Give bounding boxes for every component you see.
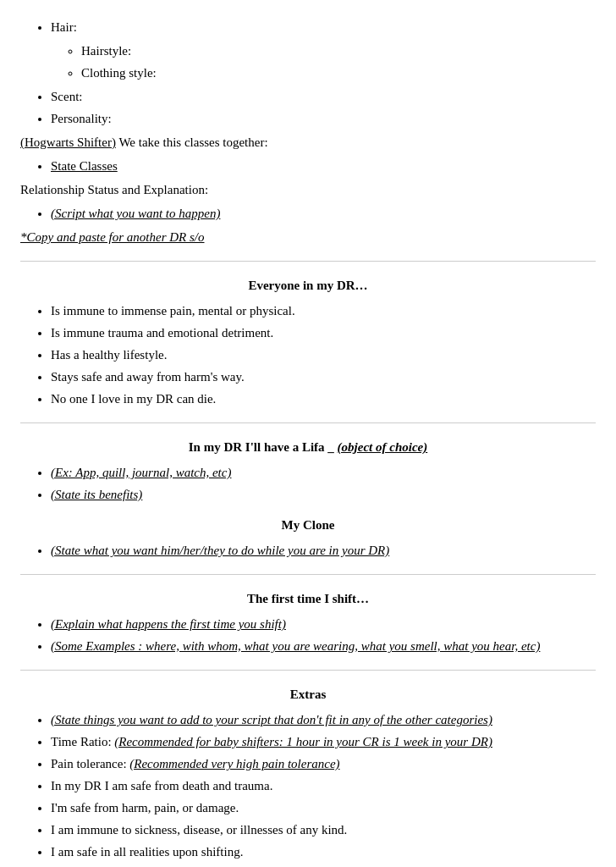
- extras-list: (State things you want to add to your sc…: [20, 710, 596, 867]
- hair-label: Hair:: [51, 20, 77, 34]
- first-shift-heading-text: The first time I shift…: [247, 592, 369, 605]
- some-examples-text: (Some Examples : where, with whom, what …: [51, 639, 540, 653]
- copy-paste-note: *Copy and paste for another DR s/o: [20, 227, 596, 247]
- hogwarts-paragraph: (Hogwarts Shifter) We take this classes …: [20, 132, 596, 152]
- time-ratio-label: Time Ratio:: [51, 735, 114, 748]
- list-item: Time Ratio: (Recommended for baby shifte…: [51, 732, 596, 752]
- list-item: Is immune trauma and emotional detriment…: [51, 323, 596, 343]
- clone-instructions-text: (State what you want him/her/they to do …: [51, 544, 389, 557]
- relationship-text: Relationship Status and Explanation:: [20, 183, 208, 196]
- list-item: Clothing style:: [81, 63, 596, 83]
- pain-tolerance-recommendation: (Recommended very high pain tolerance): [129, 757, 339, 770]
- list-item: No one I love in my DR can die.: [51, 389, 596, 409]
- safe-harm-text: I'm safe from harm, pain, or damage.: [51, 801, 239, 815]
- everyone-heading-text: Everyone in my DR…: [248, 279, 367, 292]
- divider-4: [20, 670, 596, 671]
- list-item: Has a healthy lifestyle.: [51, 345, 596, 365]
- hairstyle-label: Hairstyle:: [81, 44, 131, 58]
- clone-heading-text: My Clone: [282, 518, 335, 532]
- everyone-list: Is immune to immense pain, mental or phy…: [20, 301, 596, 409]
- list-item: Hairstyle:: [81, 41, 596, 61]
- safe-death-trauma-text: In my DR I am safe from death and trauma…: [51, 779, 272, 792]
- list-item: (Explain what happens the first time you…: [51, 614, 596, 634]
- personality-label: Personality:: [51, 112, 112, 125]
- clothing-label: Clothing style:: [81, 66, 157, 80]
- no-one-die-text: No one I love in my DR can die.: [51, 392, 216, 406]
- list-item: (Script what you want to happen): [51, 203, 596, 224]
- list-item: Stays safe and away from harm's way.: [51, 367, 596, 387]
- list-item: (Some Examples : where, with whom, what …: [51, 636, 596, 656]
- safe-realities-text: I am safe in all realities upon shifting…: [51, 845, 243, 859]
- divider-2: [20, 422, 596, 423]
- extras-state-text: (State things you want to add to your sc…: [51, 713, 492, 726]
- divider-1: [20, 261, 596, 262]
- list-item: (State its benefits): [51, 484, 596, 505]
- list-item: Personality:: [51, 108, 596, 129]
- page-content: Hair: Hairstyle: Clothing style: Scent: …: [20, 17, 596, 867]
- list-item: I am immune to sickness, disease, or ill…: [51, 820, 596, 840]
- state-classes-label: State Classes: [51, 159, 118, 173]
- list-item: I'm safe from harm, pain, or damage.: [51, 798, 596, 818]
- list-item: Scent:: [51, 86, 596, 107]
- immune-pain-text: Is immune to immense pain, mental or phy…: [51, 304, 295, 318]
- list-item: State Classes: [51, 156, 596, 176]
- list-item: I am safe in all realities upon shifting…: [51, 842, 596, 862]
- classes-together-text: We take this classes together:: [118, 135, 267, 149]
- clone-list: (State what you want him/her/they to do …: [20, 540, 596, 561]
- divider-3: [20, 574, 596, 575]
- lifa-list: (Ex: App, quill, journal, watch, etc) (S…: [20, 462, 596, 505]
- extras-heading: Extras: [20, 684, 596, 704]
- hogwarts-shifter-label: (Hogwarts Shifter): [20, 135, 116, 149]
- ex-app-text: (Ex: App, quill, journal, watch, etc): [51, 466, 231, 479]
- list-item: (Ex: App, quill, journal, watch, etc): [51, 462, 596, 483]
- clone-heading: My Clone: [20, 515, 596, 535]
- immune-sickness-text: I am immune to sickness, disease, or ill…: [51, 823, 347, 837]
- time-ratio-recommendation: (Recommended for baby shifters: 1 hour i…: [114, 735, 492, 748]
- lifa-separator: _: [327, 440, 337, 454]
- script-what-label: (Script what you want to happen): [51, 207, 220, 220]
- first-shift-list: (Explain what happens the first time you…: [20, 614, 596, 656]
- list-item: Hair: Hairstyle: Clothing style:: [51, 17, 596, 83]
- state-benefits-text: (State its benefits): [51, 488, 142, 501]
- pain-tolerance-label: Pain tolerance:: [51, 757, 129, 770]
- top-list: Hair: Hairstyle: Clothing style: Scent: …: [20, 17, 596, 129]
- explain-first-shift-text: (Explain what happens the first time you…: [51, 617, 286, 631]
- list-item: In my DR I am safe from death and trauma…: [51, 776, 596, 796]
- hair-sublist: Hairstyle: Clothing style:: [51, 41, 596, 83]
- list-item: Is immune to immense pain, mental or phy…: [51, 301, 596, 321]
- hogwarts-list: State Classes: [20, 156, 596, 176]
- relationship-list: (Script what you want to happen): [20, 203, 596, 224]
- list-item: (State things you want to add to your sc…: [51, 710, 596, 730]
- list-item: I am safe from bringing trauma between r…: [51, 864, 596, 867]
- extras-heading-text: Extras: [290, 688, 327, 701]
- lifa-bold-text: In my DR I'll have a Lifa: [189, 440, 325, 454]
- immune-trauma-text: Is immune trauma and emotional detriment…: [51, 326, 273, 340]
- list-item: (State what you want him/her/they to do …: [51, 540, 596, 561]
- stays-safe-text: Stays safe and away from harm's way.: [51, 370, 245, 384]
- object-of-choice-text: (object of choice): [338, 440, 428, 454]
- scent-label: Scent:: [51, 90, 83, 103]
- copy-paste-text: *Copy and paste for another DR s/o: [20, 230, 205, 244]
- list-item: Pain tolerance: (Recommended very high p…: [51, 754, 596, 774]
- everyone-heading: Everyone in my DR…: [20, 275, 596, 295]
- first-shift-heading: The first time I shift…: [20, 588, 596, 609]
- lifa-heading: In my DR I'll have a Lifa _ (object of c…: [20, 437, 596, 457]
- relationship-paragraph: Relationship Status and Explanation:: [20, 179, 596, 200]
- healthy-lifestyle-text: Has a healthy lifestyle.: [51, 348, 167, 362]
